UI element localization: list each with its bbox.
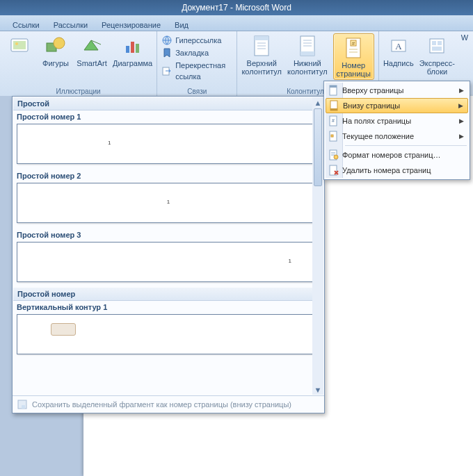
menu-top-of-page[interactable]: Вверху страницы ▶ — [326, 83, 468, 98]
chart-icon — [122, 35, 144, 57]
preview-vertical-1 — [17, 314, 320, 354]
svg-text:A: A — [395, 41, 402, 51]
shapes-icon — [45, 35, 67, 57]
submenu-arrow-icon: ▶ — [459, 117, 464, 124]
svg-rect-30 — [432, 47, 442, 51]
quickparts-button[interactable]: Экспресс-блоки — [419, 33, 455, 76]
tab-view[interactable]: Вид — [168, 19, 195, 31]
gallery-item-simple-1[interactable]: Простой номер 1 1 — [13, 110, 323, 170]
svg-rect-29 — [438, 41, 442, 45]
page-number-icon: # — [342, 37, 364, 59]
gallery-group-simple-number: Простой номер — [13, 288, 323, 301]
svg-rect-11 — [255, 36, 268, 40]
svg-text:#: # — [352, 40, 355, 47]
gallery-save-selection[interactable]: Сохранить выделенный фрагмент как номер … — [13, 395, 324, 413]
svg-rect-32 — [330, 85, 337, 88]
current-position-icon — [326, 131, 342, 142]
svg-rect-7 — [136, 44, 139, 53]
gallery-item-vertical-1[interactable]: Вертикальный контур 1 — [13, 301, 323, 360]
submenu-arrow-icon: ▶ — [459, 87, 464, 94]
submenu-arrow-icon: ▶ — [459, 133, 464, 140]
svg-rect-28 — [432, 41, 436, 45]
svg-point-4 — [54, 38, 65, 49]
crossref-button[interactable]: Перекрестная ссылка — [161, 60, 232, 82]
bookmark-button[interactable]: Закладка — [161, 47, 232, 58]
window-titlebar: Документ17 - Microsoft Word — [0, 0, 473, 15]
svg-text:#: # — [332, 118, 335, 123]
wordart-button[interactable]: W — [460, 33, 469, 42]
hyperlink-icon — [161, 35, 173, 46]
scroll-up-icon[interactable]: ▲ — [312, 97, 323, 108]
menu-current-position[interactable]: Текущее положение ▶ — [326, 129, 468, 144]
svg-rect-34 — [330, 108, 337, 110]
smartart-button[interactable]: SmartArt — [77, 33, 107, 67]
footer-icon — [296, 35, 319, 57]
hyperlink-button[interactable]: Гиперссылка — [161, 35, 232, 46]
menu-format-page-numbers[interactable]: Формат номеров страниц… — [326, 147, 468, 163]
page-number-button[interactable]: # Номер страницы — [333, 33, 374, 80]
menu-separator — [345, 145, 467, 146]
picture-icon — [8, 35, 31, 57]
page-number-menu: Вверху страницы ▶ Внизу страницы ▶ # На … — [323, 81, 470, 180]
svg-rect-45 — [22, 405, 25, 409]
footer-button[interactable]: Нижний колонтитул — [287, 33, 328, 76]
textbox-icon: A — [387, 35, 410, 57]
group-illustrations-label: Иллюстрации — [4, 87, 152, 97]
textbox-button[interactable]: A Надпись — [383, 33, 414, 67]
bookmark-icon — [161, 47, 173, 58]
header-button[interactable]: Верхний колонтитул — [241, 33, 282, 76]
window-title: Документ17 - Microsoft Word — [182, 3, 291, 13]
svg-rect-6 — [131, 42, 134, 53]
remove-icon — [326, 165, 342, 176]
preview-simple-3: 1 — [17, 242, 320, 282]
menu-bottom-of-page[interactable]: Внизу страницы ▶ — [326, 98, 468, 113]
shapes-button[interactable]: Фигуры — [40, 33, 71, 67]
ribbon-tabbar: Ссылки Рассылки Рецензирование Вид — [0, 15, 473, 31]
group-links: Гиперссылка Закладка Перекрестная ссылка… — [157, 31, 237, 97]
scroll-down-icon[interactable]: ▼ — [312, 384, 323, 395]
tab-references[interactable]: Ссылки — [6, 19, 47, 31]
page-bottom-icon — [326, 100, 343, 111]
gallery-scrollbar[interactable]: ▲ ▼ — [312, 97, 323, 395]
scroll-thumb[interactable] — [314, 108, 322, 186]
preview-simple-2: 1 — [17, 183, 320, 223]
tab-mailings[interactable]: Рассылки — [47, 19, 95, 31]
page-top-icon — [326, 85, 342, 96]
page-margins-icon: # — [326, 115, 342, 126]
header-icon — [250, 35, 273, 57]
svg-rect-38 — [331, 135, 333, 137]
group-illustrations: Фигуры SmartArt Диаграмма Иллюстрации — [0, 31, 157, 97]
gallery-item-simple-3[interactable]: Простой номер 3 1 — [13, 229, 323, 288]
gallery-item-simple-2[interactable]: Простой номер 2 1 — [13, 170, 323, 229]
group-links-label: Связи — [161, 87, 232, 97]
save-selection-icon — [17, 399, 28, 410]
tab-review[interactable]: Рецензирование — [95, 19, 168, 31]
svg-point-42 — [334, 155, 338, 159]
page-number-gallery: Простой Простой номер 1 1 Простой номер … — [12, 96, 325, 413]
format-icon — [326, 149, 342, 161]
quickparts-icon — [426, 35, 448, 57]
menu-remove-page-numbers[interactable]: Удалить номера страниц — [326, 163, 468, 178]
smartart-icon — [81, 35, 103, 57]
svg-rect-5 — [126, 46, 129, 53]
preview-simple-1: 1 — [17, 124, 320, 164]
menu-page-margins[interactable]: # На полях страницы ▶ — [326, 113, 468, 129]
svg-rect-16 — [300, 51, 314, 56]
crossref-icon — [161, 65, 173, 76]
gallery-group-simple: Простой — [13, 97, 323, 110]
svg-rect-1 — [13, 41, 26, 49]
submenu-arrow-icon: ▶ — [458, 102, 463, 109]
svg-point-2 — [15, 42, 18, 45]
picture-button[interactable] — [4, 33, 35, 59]
chart-button[interactable]: Диаграмма — [113, 33, 152, 67]
